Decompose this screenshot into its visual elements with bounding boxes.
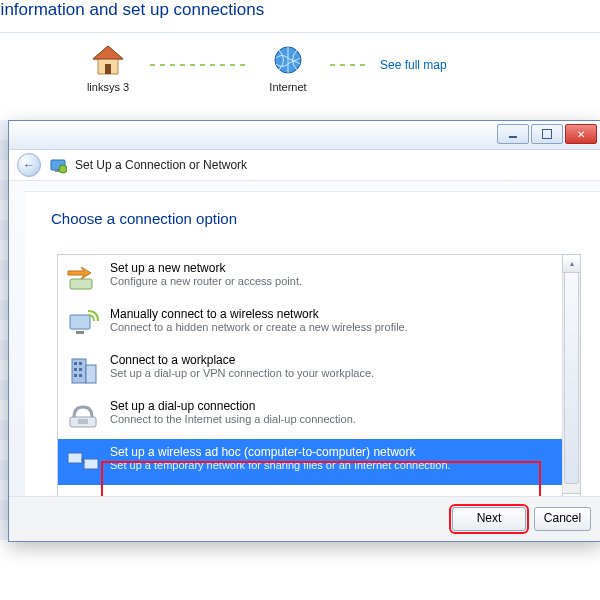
shield-network-icon: [49, 156, 67, 174]
option-list[interactable]: Set up a new networkConfigure a new rout…: [58, 255, 562, 511]
option-manual-wireless[interactable]: Manually connect to a wireless networkCo…: [58, 301, 562, 347]
scroll-up-button[interactable]: ▴: [562, 254, 581, 273]
svg-rect-12: [74, 362, 77, 365]
see-full-map-link[interactable]: See full map: [380, 58, 447, 72]
button-row: Next Cancel: [9, 496, 600, 541]
globe-icon: [270, 44, 306, 76]
option-desc: Set up a temporary network for sharing f…: [110, 459, 451, 471]
option-title: Connect to a workplace: [110, 353, 374, 367]
option-list-frame: Set up a new networkConfigure a new rout…: [57, 254, 581, 512]
option-title: Set up a dial-up connection: [110, 399, 356, 413]
back-button[interactable]: ←: [17, 153, 41, 177]
svg-rect-16: [74, 374, 77, 377]
svg-rect-17: [79, 374, 82, 377]
building-icon: [66, 353, 100, 387]
svg-rect-21: [84, 459, 98, 469]
connection-line: [330, 64, 370, 66]
cancel-button[interactable]: Cancel: [534, 507, 591, 531]
svg-rect-19: [78, 419, 88, 424]
page-heading: work information and set up connections: [0, 0, 264, 20]
titlebar[interactable]: ✕: [9, 121, 600, 150]
divider: [0, 32, 600, 33]
svg-marker-2: [93, 46, 123, 59]
wizard-title: Set Up a Connection or Network: [75, 158, 247, 172]
monitor-wifi-icon: [66, 307, 100, 341]
network-node-internet-label: Internet: [248, 81, 328, 93]
network-node-home-label: linksys 3: [68, 81, 148, 93]
wizard-heading: Choose a connection option: [51, 210, 600, 227]
next-button[interactable]: Next: [452, 507, 526, 531]
svg-rect-11: [86, 365, 96, 383]
option-title: Set up a wireless ad hoc (computer-to-co…: [110, 445, 451, 459]
option-desc: Connect to the Internet using a dial-up …: [110, 413, 356, 425]
house-icon: [90, 44, 126, 76]
svg-rect-14: [74, 368, 77, 371]
option-dialup[interactable]: Set up a dial-up connectionConnect to th…: [58, 393, 562, 439]
scroll-thumb[interactable]: [564, 272, 579, 484]
svg-rect-9: [76, 331, 84, 334]
scrollbar[interactable]: ▴ ▾: [562, 255, 580, 511]
svg-rect-7: [70, 279, 92, 289]
nav-row: ← Set Up a Connection or Network: [9, 150, 600, 181]
two-computers-icon: [66, 445, 100, 479]
option-title: Set up a new network: [110, 261, 302, 275]
network-node-internet[interactable]: Internet: [248, 44, 328, 93]
svg-rect-1: [105, 64, 111, 74]
phone-modem-icon: [66, 399, 100, 433]
option-desc: Configure a new router or access point.: [110, 275, 302, 287]
svg-point-6: [59, 165, 67, 173]
svg-rect-13: [79, 362, 82, 365]
svg-rect-8: [70, 315, 90, 329]
option-desc: Connect to a hidden network or create a …: [110, 321, 408, 333]
svg-rect-20: [68, 453, 82, 463]
option-title: Manually connect to a wireless network: [110, 307, 408, 321]
maximize-button[interactable]: [531, 124, 563, 144]
svg-rect-15: [79, 368, 82, 371]
option-desc: Set up a dial-up or VPN connection to yo…: [110, 367, 374, 379]
wizard-window: ✕ ← Set Up a Connection or Network Choos…: [8, 120, 600, 542]
network-node-home[interactable]: linksys 3: [68, 44, 148, 93]
option-adhoc[interactable]: Set up a wireless ad hoc (computer-to-co…: [58, 439, 562, 485]
option-new-network[interactable]: Set up a new networkConfigure a new rout…: [58, 255, 562, 301]
close-button[interactable]: ✕: [565, 124, 597, 144]
connection-line: [150, 64, 250, 66]
router-arrow-icon: [66, 261, 100, 295]
wizard-body: Choose a connection option Set up a new …: [25, 191, 600, 497]
option-workplace[interactable]: Connect to a workplaceSet up a dial-up o…: [58, 347, 562, 393]
minimize-button[interactable]: [497, 124, 529, 144]
